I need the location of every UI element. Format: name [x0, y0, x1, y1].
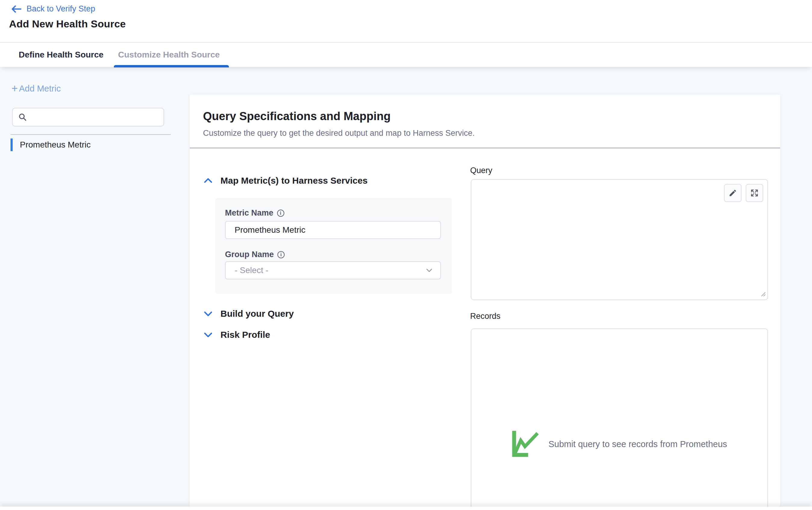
metric-mapping-panel: Metric Name i Group Name i - Select -: [215, 198, 452, 294]
section-build-your-query[interactable]: Build your Query: [204, 308, 294, 319]
metric-name-label-text: Metric Name: [225, 208, 273, 218]
add-metric-button[interactable]: + Add Metric: [11, 83, 61, 94]
chevron-down-icon: [204, 311, 213, 317]
footer-edge: [0, 507, 812, 510]
chevron-up-icon: [204, 178, 213, 184]
edit-query-button[interactable]: [724, 184, 742, 202]
group-name-label-text: Group Name: [225, 250, 274, 259]
metric-item-label: Prometheus Metric: [20, 140, 91, 150]
page-header: Back to Verify Step Add New Health Sourc…: [0, 0, 812, 42]
sidebar-divider: [10, 134, 171, 135]
back-to-verify-step-link[interactable]: Back to Verify Step: [11, 4, 95, 13]
arrow-left-icon: [11, 4, 22, 13]
search-input[interactable]: [31, 109, 164, 126]
section-title: Build your Query: [221, 308, 294, 319]
active-tab-underline: [114, 65, 229, 67]
pencil-icon: [729, 189, 737, 197]
chevron-down-icon: [426, 268, 433, 272]
expand-arrows-icon: [750, 189, 759, 197]
fullscreen-button[interactable]: [746, 184, 763, 202]
metric-list-item-prometheus[interactable]: Prometheus Metric: [10, 139, 91, 151]
card-heading: Query Specifications and Mapping: [203, 110, 390, 123]
query-specifications-card: Query Specifications and Mapping Customi…: [190, 95, 780, 507]
health-source-tabbar: Define Health Source Customize Health So…: [0, 42, 812, 67]
plus-icon: +: [11, 83, 18, 94]
line-chart-icon: [512, 431, 542, 457]
section-risk-profile[interactable]: Risk Profile: [204, 330, 270, 340]
section-title: Map Metric(s) to Harness Services: [221, 176, 368, 186]
group-name-select[interactable]: - Select -: [225, 261, 441, 279]
records-empty-state: Submit query to see records from Prometh…: [471, 431, 767, 457]
resize-corner-icon: [759, 290, 766, 297]
group-name-label: Group Name i: [225, 250, 285, 259]
selected-indicator-bar: [10, 139, 13, 151]
records-label: Records: [470, 311, 500, 321]
info-icon[interactable]: i: [277, 210, 284, 217]
card-subheading: Customize the query to get the desired o…: [203, 128, 475, 138]
metric-name-input[interactable]: [225, 221, 441, 239]
select-placeholder: - Select -: [235, 266, 268, 275]
search-icon: [18, 113, 27, 122]
section-map-metrics-to-harness-services[interactable]: Map Metric(s) to Harness Services: [204, 176, 368, 186]
query-editor-box: [471, 179, 768, 300]
records-empty-message: Submit query to see records from Prometh…: [548, 439, 727, 449]
card-header: Query Specifications and Mapping Customi…: [190, 95, 780, 148]
tab-customize-health-source[interactable]: Customize Health Source: [118, 43, 220, 67]
section-title: Risk Profile: [221, 330, 270, 340]
records-box: Submit query to see records from Prometh…: [471, 328, 768, 507]
query-textarea[interactable]: [471, 180, 767, 300]
back-link-label: Back to Verify Step: [27, 4, 95, 13]
info-icon[interactable]: i: [278, 251, 285, 258]
metric-search-box[interactable]: [12, 108, 164, 126]
tab-define-health-source[interactable]: Define Health Source: [19, 43, 104, 67]
textarea-resize-handle[interactable]: [759, 290, 766, 299]
query-label: Query: [470, 166, 492, 175]
page-title: Add New Health Source: [9, 18, 126, 30]
chevron-down-icon: [204, 332, 213, 338]
add-metric-label: Add Metric: [19, 84, 61, 94]
page: Back to Verify Step Add New Health Sourc…: [0, 0, 812, 510]
content-area: + Add Metric Prometheus Metric Query Spe…: [0, 67, 812, 507]
metric-name-label: Metric Name i: [225, 208, 284, 218]
